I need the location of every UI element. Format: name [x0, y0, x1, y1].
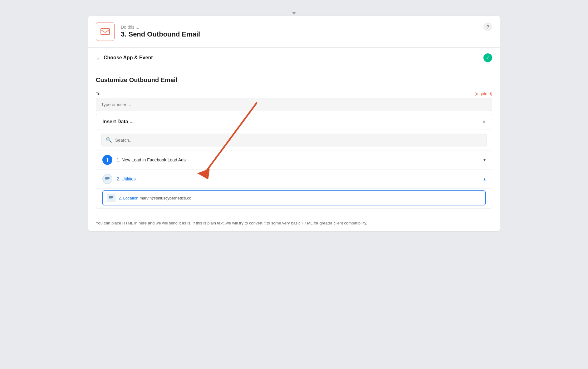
step-title: 3. Send Outbound Email [121, 30, 483, 38]
location-icon [107, 194, 115, 202]
location-label: 2. Location [119, 196, 139, 200]
page-wrapper: Do this ... 3. Send Outbound Email ? ...… [0, 0, 588, 369]
step-header: Do this ... 3. Send Outbound Email ? ... [88, 16, 500, 47]
choose-app-label: Choose App & Event [104, 55, 153, 61]
step-header-actions: ? ... [483, 22, 492, 41]
close-insert-data-button[interactable]: × [482, 119, 486, 125]
svg-rect-4 [105, 178, 110, 179]
customize-section: Customize Outbound Email To (required) I… [88, 68, 500, 216]
utilities-icon [102, 174, 112, 184]
utilities-item[interactable]: 2. Utilities ▴ [96, 170, 492, 189]
facebook-lead-ads-item[interactable]: f 1. New Lead in Facebook Lead Ads ▾ [96, 150, 492, 170]
help-button[interactable]: ? [483, 22, 492, 31]
insert-data-panel: Insert Data ... × 🔍 f 1 [96, 114, 492, 209]
utilities-item-label: 2. Utilities [117, 176, 483, 181]
utilities-expand-icon: ▴ [483, 176, 486, 181]
location-text: 2. Location marvin@siriuscybernetics.co [119, 196, 191, 200]
svg-marker-1 [292, 12, 296, 15]
to-field-input[interactable] [96, 98, 492, 111]
connector-arrow [88, 6, 500, 16]
svg-rect-5 [105, 180, 108, 180]
choose-app-section[interactable]: ⌄ Choose App & Event ✓ [88, 47, 500, 68]
step-card: Do this ... 3. Send Outbound Email ? ...… [88, 16, 500, 232]
check-icon: ✓ [483, 53, 492, 62]
step-do-this-label: Do this ... [121, 25, 483, 30]
search-input[interactable] [115, 138, 482, 143]
field-label-row: To (required) [96, 91, 492, 96]
to-field-label: To [96, 91, 100, 96]
svg-rect-7 [109, 197, 113, 198]
search-icon: 🔍 [106, 137, 112, 143]
facebook-expand-icon: ▾ [483, 157, 486, 162]
step-icon [96, 22, 115, 41]
customize-title: Customize Outbound Email [96, 76, 492, 84]
facebook-item-label: 1. New Lead in Facebook Lead Ads [117, 157, 483, 162]
svg-rect-6 [109, 196, 113, 197]
footer-note: You can place HTML in here and we will s… [88, 216, 500, 231]
choose-app-left: ⌄ Choose App & Event [96, 55, 153, 61]
location-sub-item[interactable]: 2. Location marvin@siriuscybernetics.co [102, 190, 486, 205]
to-field-row: To (required) [96, 91, 492, 111]
insert-data-header: Insert Data ... × [96, 114, 492, 130]
insert-data-title: Insert Data ... [102, 119, 134, 125]
chevron-icon: ⌄ [96, 55, 100, 61]
svg-rect-2 [101, 28, 110, 35]
main-container: Do this ... 3. Send Outbound Email ? ...… [88, 6, 500, 369]
to-field-required: (required) [475, 91, 492, 96]
more-options-button[interactable]: ... [486, 34, 492, 41]
svg-rect-8 [109, 199, 112, 199]
search-row: 🔍 [96, 130, 492, 150]
svg-rect-3 [105, 177, 110, 178]
location-value: marvin@siriuscybernetics.co [140, 196, 191, 200]
facebook-icon: f [102, 155, 112, 165]
search-input-wrapper: 🔍 [101, 134, 487, 146]
step-title-block: Do this ... 3. Send Outbound Email [121, 25, 483, 38]
